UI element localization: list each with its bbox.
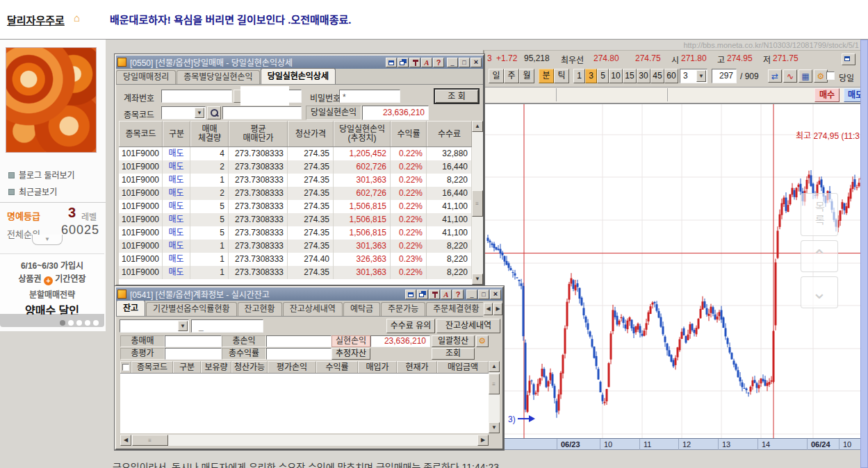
ad-banner[interactable]: 6/16~6/30 가입시 상품권 + 기간연장 분할매매전략 양매수 달인	[0, 253, 104, 315]
tab-4[interactable]: 예탁금	[343, 302, 380, 316]
search-icon[interactable]	[207, 106, 221, 119]
scroll-left-icon[interactable]: ◀	[120, 435, 131, 446]
window-restore-button[interactable]	[842, 53, 855, 65]
settings-gear-icon[interactable]: ⚙	[814, 69, 828, 83]
save-chart-icon[interactable]: ▦	[799, 69, 812, 83]
symbol-combo[interactable]: ▼	[161, 106, 206, 119]
period-month-button[interactable]: 월	[519, 69, 534, 83]
password-input[interactable]: *	[339, 90, 400, 103]
liquidate-all-button[interactable]: 일괄청산	[432, 335, 475, 347]
mode-tick-button[interactable]: 틱	[554, 69, 569, 83]
tab-2[interactable]: 잔고현황	[238, 302, 282, 316]
help-button[interactable]: ?	[452, 290, 464, 299]
tab-1[interactable]: 종목별당일실현손익	[177, 70, 259, 84]
column-header[interactable]: 청산가능	[231, 361, 268, 373]
scrollbar-thumb[interactable]: ≡	[472, 190, 483, 217]
account-input[interactable]	[161, 90, 232, 103]
table-row[interactable]: 101F9000매도5273.7308333274.351,506,8150.2…	[119, 200, 472, 213]
column-header[interactable]: 종목코드	[131, 361, 173, 373]
column-header[interactable]: 매입금액	[437, 361, 489, 373]
pin-button[interactable]	[409, 58, 420, 67]
tile-window-button[interactable]	[386, 58, 397, 67]
interval-30-button[interactable]: 30	[637, 69, 650, 83]
pnl-table[interactable]: 101F9000매도4273.7308333274.351,205,4520.2…	[119, 147, 472, 285]
maximize-button[interactable]: □	[478, 290, 489, 299]
title-bar[interactable]: [0550] [선물/옵션]당일매매 - 당일실현손익상세 A ? _ □ ×	[116, 56, 483, 69]
mode-minute-button[interactable]: 분	[539, 69, 554, 83]
carousel-dot[interactable]	[76, 320, 82, 326]
table-row[interactable]: 101F9000매도1273.7308333274.40326,3630.23%…	[119, 253, 472, 266]
interval-10-button[interactable]: 10	[609, 69, 623, 83]
account-combo[interactable]: ▼	[120, 319, 189, 333]
bar-count-input[interactable]: 297	[712, 69, 737, 83]
font-button[interactable]: A	[421, 58, 432, 67]
title-bar[interactable]: [0541] [선물/옵션]계좌정보 - 실시간잔고 A ? _ □ ×	[116, 287, 502, 301]
scroll-down-icon[interactable]: ▼	[472, 274, 483, 285]
pin-button[interactable]	[429, 290, 440, 299]
table-header[interactable]: 종목코드구분매매 체결량평균 매매단가청산가격당일실현손익 (추정치)수익률수수…	[119, 121, 472, 147]
minimize-button[interactable]: _	[466, 290, 477, 299]
sidebar-link-recent[interactable]: 최근글보기	[8, 185, 57, 197]
scroll-up-icon[interactable]: ▲	[489, 361, 500, 372]
tab-0[interactable]: 잔고	[116, 301, 145, 316]
list-overlay-button[interactable]: 목록	[801, 193, 838, 236]
buy-button[interactable]: 매수	[814, 88, 840, 102]
home-icon[interactable]: ⌂	[74, 12, 80, 24]
collapse-tab[interactable]: ▼	[32, 235, 63, 245]
close-button[interactable]: ×	[470, 58, 482, 67]
chevron-down-icon[interactable]: ▼	[696, 70, 706, 82]
scrollbar-thumb[interactable]: ≡	[489, 374, 500, 394]
font-button[interactable]: A	[441, 290, 452, 299]
scrollbar-thumb[interactable]: ≡	[132, 435, 168, 446]
scroll-up-icon[interactable]: ▲	[472, 121, 483, 132]
tab-0[interactable]: 당일매매정리	[116, 70, 176, 84]
cascade-window-button[interactable]	[398, 58, 409, 67]
scroll-down-icon[interactable]: ▼	[489, 422, 500, 433]
table-row[interactable]: 101F9000매도2273.7308333274.35602,7260.22%…	[119, 187, 472, 200]
table-row[interactable]: 101F9000매도1273.7308333274.35301,3630.22%…	[119, 174, 472, 187]
estimated-asset-button[interactable]: 추정자산	[331, 348, 370, 360]
tab-scroll-left-icon[interactable]: ◀	[484, 303, 493, 315]
vertical-scrollbar[interactable]: ▲ ≡ ▼	[472, 121, 483, 285]
interval-1-button[interactable]: 1	[573, 69, 585, 83]
carousel-dot[interactable]	[68, 320, 74, 326]
balance-detail-button[interactable]: 잔고상세내역	[436, 319, 500, 333]
table-row[interactable]: 101F9000매도2273.7308333274.35602,7260.22%…	[119, 160, 472, 174]
table-row[interactable]: 101F9000매도1273.7308333274.35301,3630.22%…	[119, 240, 472, 253]
tab-2[interactable]: 당일실현손익상세	[261, 68, 336, 84]
interval-5-button[interactable]: 5	[597, 69, 609, 83]
vertical-scrollbar[interactable]: ▲ ≡ ▼	[489, 361, 500, 433]
scroll-down-overlay-icon[interactable]: ⌄	[801, 276, 838, 308]
column-header[interactable]: 수익률	[391, 121, 427, 147]
scroll-up-overlay-icon[interactable]: ⌃	[801, 240, 838, 272]
crosshair-tool-icon[interactable]: ⇄	[768, 69, 782, 83]
carousel-dot[interactable]	[85, 320, 90, 326]
fee-notice-button[interactable]: 수수료 유의	[386, 319, 435, 333]
chart-style-icon[interactable]: ∿	[783, 69, 797, 83]
column-header[interactable]: 당일실현손익 (추정치)	[334, 121, 391, 147]
maximize-button[interactable]: □	[459, 58, 470, 67]
tile-window-button[interactable]	[405, 290, 416, 299]
chevron-down-icon[interactable]: ▼	[178, 321, 188, 331]
column-header[interactable]: 평가손익	[268, 361, 316, 373]
select-all-checkbox[interactable]	[120, 361, 131, 373]
period-week-button[interactable]: 주	[504, 69, 519, 83]
column-header[interactable]: 평균 매매단가	[229, 121, 288, 147]
interval-combo[interactable]: 3 ▼	[680, 69, 707, 83]
table-row[interactable]: 101F9000매도5273.7308333274.351,506,8150.2…	[119, 213, 472, 226]
column-header[interactable]: 종목코드	[119, 121, 163, 147]
help-button[interactable]: ?	[433, 58, 444, 67]
query-button[interactable]: 조 회	[434, 88, 480, 104]
column-header[interactable]: 현재가	[397, 361, 437, 373]
interval-15-button[interactable]: 15	[623, 69, 637, 83]
column-header[interactable]: 구분	[173, 361, 201, 373]
interval-60-button[interactable]: 60	[664, 69, 678, 83]
column-header[interactable]: 청산가격	[288, 121, 334, 147]
cascade-window-button[interactable]	[417, 290, 428, 299]
table-row[interactable]: 101F9000매도5273.7308333274.351,506,8150.2…	[119, 226, 472, 240]
table-row[interactable]: 101F9000매도4273.7308333274.351,205,4520.2…	[119, 147, 472, 160]
query-button[interactable]: 조회	[432, 348, 475, 360]
column-header[interactable]: 수수료	[427, 121, 472, 147]
table-header[interactable]: 종목코드구분보유량청산가능평가손익수익률매입가현재가매입금액	[120, 361, 489, 374]
interval-45-button[interactable]: 45	[650, 69, 664, 83]
